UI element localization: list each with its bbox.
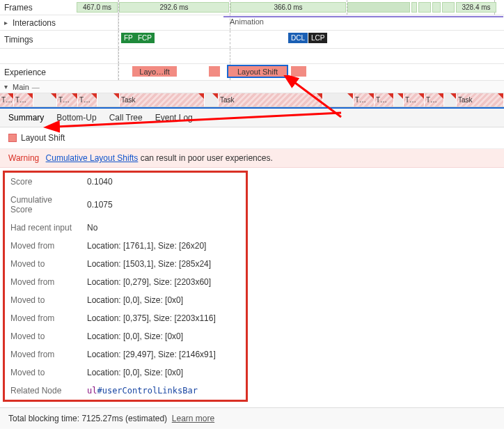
timings-label: Timings [4, 35, 33, 45]
animation-bar[interactable] [223, 16, 503, 17]
detail-key: Moved from [5, 237, 81, 255]
task-block[interactable]: T… [57, 93, 78, 107]
interactions-lane: Animation [118, 15, 504, 30]
timings-lane: FP FCP DCL LCP [118, 31, 504, 48]
detail-value: 0.1075 [81, 191, 246, 219]
task-gap [444, 93, 457, 107]
detail-value: Location: [0,279], Size: [2203x60] [81, 273, 246, 291]
tab-event-log[interactable]: Event Log [155, 113, 193, 123]
layout-shift-swatch [8, 134, 17, 142]
detail-key: Moved to [5, 327, 81, 345]
detail-row: Moved toLocation: [0,0], Size: [0x0] [5, 363, 246, 382]
detail-row: Had recent inputNo [5, 219, 246, 237]
main-track-header[interactable]: ▾ Main — [0, 81, 504, 93]
task-gap [394, 93, 404, 107]
summary-title-row: Layout Shift [0, 127, 504, 149]
detail-row: Score0.1040 [5, 173, 246, 191]
tab-bottom-up[interactable]: Bottom-Up [56, 113, 96, 123]
related-node-row: Related Nodeul#userControlLinksBar [5, 382, 246, 400]
timings-label-cell[interactable]: Timings [0, 31, 118, 48]
detail-key: Score [5, 173, 81, 191]
animation-label: Animation [230, 17, 264, 26]
detail-value: Location: [1503,1], Size: [285x24] [81, 255, 246, 273]
task-block[interactable]: T… [78, 93, 97, 107]
task-block[interactable]: T… [404, 93, 425, 107]
frame-block[interactable] [442, 2, 455, 13]
detail-row: Moved fromLocation: [1761,1], Size: [26x… [5, 237, 246, 255]
experience-label-cell[interactable]: Experience [0, 64, 118, 80]
interactions-track: ▸ Interactions Animation [0, 15, 504, 31]
detail-row: Cumulative Score0.1075 [5, 191, 246, 219]
main-label: Main [13, 83, 29, 91]
chevron-down-icon[interactable]: ▾ [4, 83, 10, 91]
frame-block[interactable] [347, 2, 410, 13]
warning-link[interactable]: Cumulative Layout Shifts [46, 153, 139, 163]
tbt-value: 7125.27ms (estimated) [81, 414, 167, 423]
frame-block[interactable]: 328.4 ms [456, 2, 496, 13]
layout-shift-event-selected[interactable]: Layout Shift [228, 66, 287, 77]
detail-key: Moved from [5, 345, 81, 363]
spacer-track [0, 49, 504, 64]
interactions-label-cell[interactable]: ▸ Interactions [0, 15, 118, 30]
task-block[interactable]: Task [219, 93, 323, 107]
warning-label: Warning [8, 153, 39, 163]
frame-block[interactable]: 366.0 ms [230, 2, 346, 13]
summary-title: Layout Shift [21, 133, 65, 143]
task-block[interactable]: Task [457, 93, 504, 107]
detail-value: Location: [0,0], Size: [0x0] [81, 291, 246, 309]
task-gap [33, 93, 57, 107]
learn-more-link[interactable]: Learn more [172, 414, 214, 423]
detail-key: Cumulative Score [5, 191, 81, 219]
experience-lane: Layo…ift Layout Shift [118, 64, 504, 80]
frame-block[interactable] [411, 2, 417, 13]
detail-row: Moved toLocation: [0,0], Size: [0x0] [5, 291, 246, 309]
frames-track: Frames 467.0 ms 292.6 ms 366.0 ms 328.4 … [0, 0, 504, 15]
details-tabs: Summary Bottom-Up Call Tree Event Log [0, 107, 504, 127]
detail-key: Moved from [5, 273, 81, 291]
fp-badge[interactable]: FP [121, 33, 136, 43]
detail-value: Location: [0,0], Size: [0x0] [81, 363, 246, 382]
detail-row: Moved fromLocation: [0,279], Size: [2203… [5, 273, 246, 291]
tasks-row: T… T… T… T… Task Task T… T… T… T… Task [0, 93, 504, 107]
tab-call-tree[interactable]: Call Tree [109, 113, 143, 123]
footer: Total blocking time: 7125.27ms (estimate… [0, 407, 504, 429]
layout-shift-event[interactable] [291, 66, 306, 77]
details-box: Score0.1040Cumulative Score0.1075Had rec… [3, 171, 248, 402]
chevron-right-icon[interactable]: ▸ [4, 19, 10, 26]
frame-block[interactable] [432, 2, 441, 13]
task-block[interactable]: Task [120, 93, 205, 107]
frame-block[interactable]: 292.6 ms [119, 2, 229, 13]
detail-value: Location: [0,0], Size: [0x0] [81, 327, 246, 345]
layout-shift-event[interactable]: Layo…ift [132, 66, 177, 77]
detail-key: Related Node [5, 382, 81, 400]
frame-block[interactable] [418, 2, 431, 13]
task-block[interactable]: T… [375, 93, 394, 107]
frames-lane: 467.0 ms 292.6 ms 366.0 ms 328.4 ms [118, 0, 504, 15]
task-block[interactable]: T… [14, 93, 33, 107]
task-block[interactable]: T… [425, 93, 444, 107]
detail-row: Moved fromLocation: [0,375], Size: [2203… [5, 309, 246, 327]
task-block[interactable]: T… [354, 93, 375, 107]
detail-row: Moved toLocation: [0,0], Size: [0x0] [5, 327, 246, 345]
dcl-badge[interactable]: DCL [288, 33, 308, 43]
task-gap [97, 93, 120, 107]
detail-value: Location: [1761,1], Size: [26x20] [81, 237, 246, 255]
tab-summary[interactable]: Summary [8, 113, 44, 123]
detail-value: 0.1040 [81, 173, 246, 191]
related-node-value[interactable]: ul#userControlLinksBar [81, 382, 246, 400]
task-block[interactable]: T… [0, 93, 14, 107]
detail-value: Location: [0,375], Size: [2203x116] [81, 309, 246, 327]
detail-key: Moved to [5, 255, 81, 273]
detail-row: Moved fromLocation: [29,497], Size: [214… [5, 345, 246, 363]
fcp-badge[interactable]: FCP [135, 33, 155, 43]
spacer-label [0, 49, 118, 63]
main-dash: — [32, 83, 40, 91]
layout-shift-event[interactable] [209, 66, 220, 77]
experience-track: Experience Layo…ift Layout Shift [0, 64, 504, 81]
lcp-badge[interactable]: LCP [308, 33, 327, 43]
detail-value: Location: [29,497], Size: [2146x91] [81, 345, 246, 363]
spacer-lane [118, 49, 504, 63]
frame-block[interactable]: 467.0 ms [77, 2, 118, 13]
timings-track: Timings FP FCP DCL LCP [0, 31, 504, 49]
warning-row: Warning Cumulative Layout Shifts can res… [0, 149, 504, 168]
